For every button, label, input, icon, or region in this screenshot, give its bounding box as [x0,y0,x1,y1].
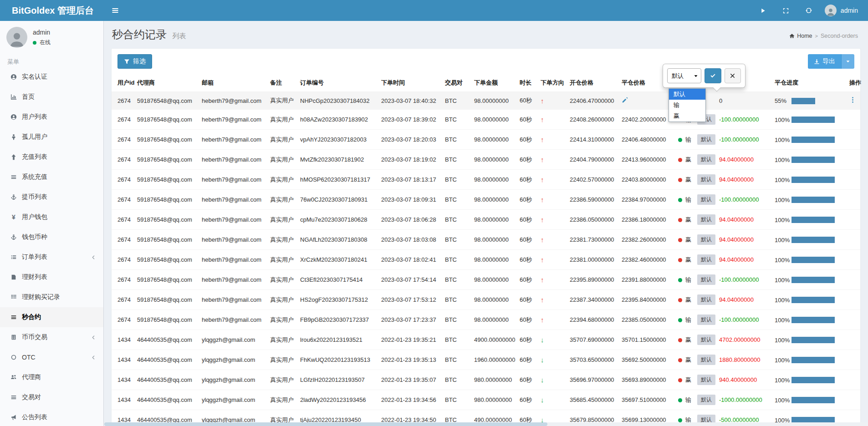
sidebar-item-16[interactable]: 代理商 [0,367,103,387]
cell-result: 输 [675,270,694,290]
refresh-icon [806,7,812,14]
cell-email: heberth79@gmail.com [199,310,267,330]
cell-amount: 98.00000000 [471,170,517,190]
cell-open-price: 22414.31000000 [567,130,619,150]
cell-duration: 60秒 [517,390,538,410]
sidebar-item-18[interactable]: 公告列表 [0,407,103,426]
inline-edit-select[interactable]: 默认 [667,68,701,83]
cell-direction: ↑ [538,210,567,230]
cell-agent: 591876548@qq.com [134,130,199,150]
refresh-button[interactable] [797,0,820,21]
cell-duration: 60秒 [517,370,538,390]
breadcrumb-separator: > [815,33,818,39]
cell-close-price[interactable] [619,92,675,110]
control-badge: 默认 [697,355,715,365]
admin-page: BitGoldex 管理后台 admin admin [0,0,868,426]
orders-table-head: 用户id代理商邮箱备注订单编号下单时间交易对下单金额时长下单方向开仓价格平仓价格… [112,74,860,92]
cell-agent: 591876548@qq.com [134,310,199,330]
download-icon [814,59,820,65]
sidebar-item-label: 实名认证 [22,73,47,81]
cell-order-time: 2023-03-07 18:13:17 [378,170,442,190]
cell-pair: BTC [442,270,471,290]
select-option-3[interactable]: 赢 [669,111,705,122]
user-menu[interactable]: admin [820,0,868,21]
cell-direction: ↑ [538,290,567,310]
sidebar-item-5[interactable]: 充值列表 [0,147,103,167]
cell-amount: 98.00000000 [471,310,517,330]
column-header-10: 下单方向 [538,74,567,92]
sidebar-item-8[interactable]: ¥用户钱包 [0,207,103,227]
control-badge: 默认 [697,174,715,185]
sidebar-item-1[interactable]: 实名认证 [0,67,103,87]
column-header-7: 交易对 [442,74,471,92]
progress-bar [791,217,835,223]
sidebar-item-4[interactable]: 孤儿用户 [0,127,103,147]
arrow-down-icon: ↓ [541,336,544,344]
fullscreen-button[interactable] [774,0,797,21]
cell-order-no: cpMu7e20230307180628 [297,210,378,230]
cell-pair: BTC [442,250,471,270]
arrow-down-icon: ↓ [541,376,544,384]
cell-close-price: 35701.15000000 [619,330,675,350]
sidebar-item-17[interactable]: 交易对 [0,387,103,407]
sidebar-menu: 实名认证首页用户列表孤儿用户充值列表系统充值提币列表¥用户钱包钱包币种订单列表理… [0,67,103,426]
cell-pair: BTC [442,210,471,230]
sidebar-item-15[interactable]: OTC [0,347,103,367]
cell-progress: 100% [772,190,847,210]
sidebar-item-11[interactable]: 理财列表 [0,267,103,287]
cell-direction: ↑ [538,190,567,210]
table-row: 2674591876548@qq.comheberth79@gmail.com真… [112,170,860,190]
close-icon [730,73,735,79]
sidebar-item-10[interactable]: 订单列表 [0,247,103,267]
play-button[interactable] [752,0,774,21]
inline-edit-cancel-button[interactable] [725,68,741,83]
cell-remark: 真实用户 [267,230,297,250]
cell-pair: BTC [442,350,471,370]
sidebar-toggle-button[interactable] [104,0,127,21]
sidebar-item-12[interactable]: 理财购买记录 [0,287,103,307]
arrow-up-icon: ↑ [541,236,544,243]
sidebar-item-label: 交易对 [22,393,41,401]
breadcrumb-home-link[interactable]: Home [797,33,812,39]
cell-remark: 真实用户 [267,330,297,350]
progress-bar [791,98,815,104]
brand-logo[interactable]: BitGoldex 管理后台 [0,0,104,21]
cell-control: 默认 [694,250,716,270]
cell-remark: 真实用户 [267,250,297,270]
select-option-1[interactable]: 默认 [669,89,705,100]
loss-dot-icon [678,278,682,282]
progress-bar [791,237,835,243]
sidebar-item-3[interactable]: 用户列表 [0,107,103,127]
cell-amount: 4900.00000000 [471,330,517,350]
scrollbar-thumb[interactable] [104,422,547,426]
orders-table-body: 2674591876548@qq.comheberth79@gmail.com真… [112,92,860,426]
sidebar-item-2[interactable]: 首页 [0,87,103,107]
sidebar-user-name: admin [33,29,51,36]
select-option-2[interactable]: 输 [669,100,705,111]
cell-order-time: 2023-03-07 18:02:41 [378,250,442,270]
cell-open-price: 22408.26000000 [567,110,619,130]
cell-order-no: Ct3EfI20230307175414 [297,270,378,290]
loss-dot-icon [678,198,682,202]
sidebar-item-14[interactable]: 币币交易 [0,327,103,347]
row-actions-button[interactable] [849,96,856,103]
inline-edit-confirm-button[interactable] [705,68,721,83]
sidebar-item-9[interactable]: 钱包币种 [0,227,103,247]
horizontal-scrollbar[interactable] [104,422,868,426]
cell-control: 默认 [694,270,716,290]
pencil-icon[interactable] [622,97,628,103]
sidebar-item-6[interactable]: 系统充值 [0,167,103,187]
cell-email: heberth79@gmail.com [199,210,267,230]
export-button[interactable]: 导出 [808,54,841,69]
cell-open-price: 22381.73000000 [567,230,619,250]
sidebar-item-13[interactable]: 秒合约 [0,307,103,327]
cell-result: 输 [675,390,694,410]
cell-remark: 真实用户 [267,310,297,330]
sidebar-item-7[interactable]: 提币列表 [0,187,103,207]
cell-email: heberth79@gmail.com [199,190,267,210]
cell-order-time: 2022-01-23 19:35:21 [378,330,442,350]
filter-button[interactable]: 筛选 [117,54,152,69]
win-dot-icon [678,298,682,302]
export-dropdown-toggle[interactable] [841,54,854,69]
cell-open-price: 35703.65000000 [567,350,619,370]
